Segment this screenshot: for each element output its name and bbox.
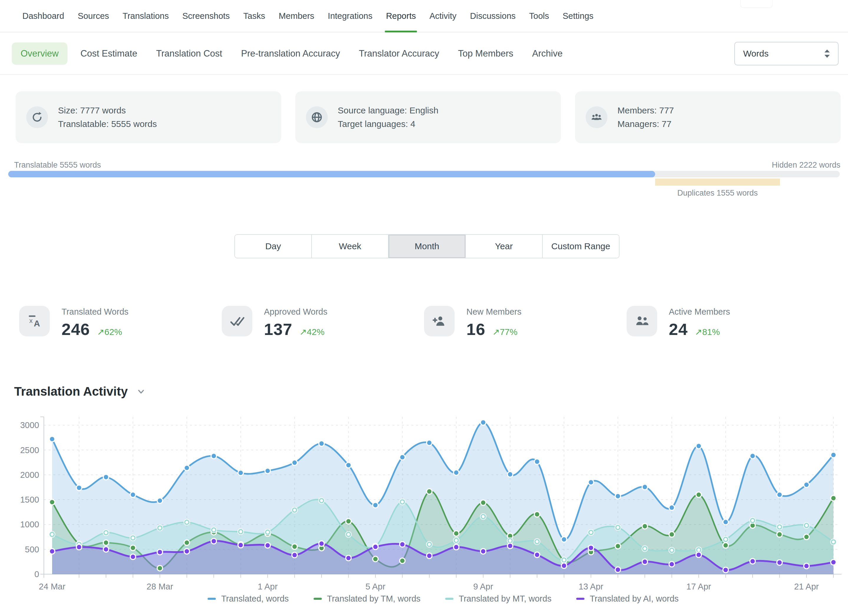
people-icon <box>634 313 650 329</box>
range-button-year[interactable]: Year <box>466 235 543 258</box>
subnav-item-translator-accuracy[interactable]: Translator Accuracy <box>359 48 439 59</box>
svg-text:3000: 3000 <box>20 420 39 430</box>
legend-label: Translated by TM, words <box>327 594 421 604</box>
stat-value: 137 <box>264 320 292 339</box>
range-button-custom-range[interactable]: Custom Range <box>543 235 619 258</box>
topnav-item-discussions[interactable]: Discussions <box>470 0 516 32</box>
card-line1: Members: 777 <box>617 104 674 117</box>
reports-subnav: OverviewCost EstimateTranslation CostPre… <box>0 33 848 75</box>
subnav-item-archive[interactable]: Archive <box>532 48 562 59</box>
sync-icon <box>31 111 44 124</box>
topnav-item-reports[interactable]: Reports <box>386 0 416 32</box>
globe-icon-wrap <box>306 106 328 128</box>
person-add-icon <box>431 313 447 329</box>
words-progress-track <box>8 171 840 177</box>
members-icon-wrap <box>586 106 608 128</box>
topnav-item-translations[interactable]: Translations <box>123 0 169 32</box>
svg-text:28 Mar: 28 Mar <box>147 582 173 591</box>
range-button-day[interactable]: Day <box>235 235 312 258</box>
svg-text:1000: 1000 <box>20 520 39 529</box>
date-range-segmented-control: DayWeekMonthYearCustom Range <box>234 234 620 258</box>
up-right-arrow-icon: ↗ <box>97 327 104 337</box>
svg-text:A: A <box>34 319 40 328</box>
unit-select-value: Words <box>743 49 823 59</box>
topnav-item-members[interactable]: Members <box>279 0 314 32</box>
svg-text:0: 0 <box>34 570 39 579</box>
svg-text:24 Mar: 24 Mar <box>39 582 66 591</box>
summary-card-0: Size: 7777 wordsTranslatable: 5555 words <box>16 91 281 143</box>
summary-card-2: Members: 777Managers: 77 <box>575 91 841 143</box>
legend-item-1[interactable]: Translated by TM, words <box>314 594 421 604</box>
globe-icon <box>310 111 323 124</box>
stat-delta: ↗62% <box>97 327 122 337</box>
up-right-arrow-icon: ↗ <box>695 327 702 337</box>
legend-item-0[interactable]: Translated, words <box>208 594 289 604</box>
chart-legend: Translated, wordsTranslated by TM, words… <box>0 594 848 604</box>
double-check-icon <box>229 313 245 329</box>
summary-cards: Size: 7777 wordsTranslatable: 5555 words… <box>16 91 841 143</box>
translate-icon-tile: xA <box>19 306 50 337</box>
topnav-item-activity[interactable]: Activity <box>429 0 457 32</box>
svg-text:1 Apr: 1 Apr <box>258 582 278 591</box>
stat-delta: ↗81% <box>695 327 720 337</box>
subnav-item-cost-estimate[interactable]: Cost Estimate <box>80 48 137 59</box>
subnav-item-overview[interactable]: Overview <box>12 42 67 65</box>
stat-new-members: New Members16↗77% <box>424 306 627 339</box>
legend-item-3[interactable]: Translated by AI, words <box>576 594 679 604</box>
legend-item-2[interactable]: Translated by MT, words <box>445 594 551 604</box>
unit-select[interactable]: Words <box>734 42 839 65</box>
stat-translated-words: xATranslated Words246↗62% <box>19 306 222 339</box>
select-stepper-icon <box>823 48 831 59</box>
corner-chip <box>740 0 772 7</box>
stat-value: 246 <box>62 320 90 339</box>
topnav-item-dashboard[interactable]: Dashboard <box>22 0 64 32</box>
subnav-item-pre-translation-accuracy[interactable]: Pre-translation Accuracy <box>241 48 340 59</box>
range-button-month[interactable]: Month <box>389 235 466 258</box>
hidden-label: Hidden 2222 words <box>772 160 841 170</box>
up-right-arrow-icon: ↗ <box>492 327 500 337</box>
card-line2: Translatable: 5555 words <box>58 117 157 131</box>
topnav-item-sources[interactable]: Sources <box>78 0 109 32</box>
sync-icon-wrap <box>26 106 48 128</box>
stat-label: New Members <box>466 307 522 317</box>
svg-text:2000: 2000 <box>20 470 39 479</box>
people-icon-tile <box>627 306 657 337</box>
stat-approved-words: Approved Words137↗42% <box>222 306 424 339</box>
card-line2: Target languages: 4 <box>338 117 439 131</box>
subnav-item-translation-cost[interactable]: Translation Cost <box>156 48 222 59</box>
reports-overview-page: DashboardSourcesTranslationsScreenshotsT… <box>0 0 848 616</box>
card-line2: Managers: 77 <box>617 117 674 131</box>
translatable-progress-fill <box>8 171 655 177</box>
svg-text:9 Apr: 9 Apr <box>473 582 493 591</box>
legend-dash-icon <box>208 598 216 600</box>
stat-value: 16 <box>466 320 485 339</box>
topnav-item-integrations[interactable]: Integrations <box>328 0 372 32</box>
stat-label: Approved Words <box>264 307 328 317</box>
duplicates-label: Duplicates 1555 words <box>650 189 785 198</box>
stats-row: xATranslated Words246↗62%Approved Words1… <box>19 306 829 339</box>
translatable-label: Translatable 5555 words <box>14 160 101 170</box>
subnav-item-top-members[interactable]: Top Members <box>458 48 513 59</box>
stat-delta: ↗42% <box>299 327 325 337</box>
section-title: Translation Activity <box>14 384 128 399</box>
topnav-item-screenshots[interactable]: Screenshots <box>182 0 230 32</box>
svg-text:13 Apr: 13 Apr <box>578 582 603 591</box>
chevron-down-icon[interactable] <box>135 386 147 397</box>
summary-card-1: Source language: EnglishTarget languages… <box>295 91 561 143</box>
legend-label: Translated by AI, words <box>590 594 679 604</box>
stat-value: 24 <box>669 320 688 339</box>
legend-dash-icon <box>445 598 454 600</box>
range-button-week[interactable]: Week <box>312 235 389 258</box>
translation-activity-chart: 05001000150020002500300024 Mar28 Mar1 Ap… <box>0 408 848 597</box>
topnav-item-settings[interactable]: Settings <box>563 0 594 32</box>
svg-text:2500: 2500 <box>20 445 39 455</box>
svg-text:5 Apr: 5 Apr <box>365 582 385 591</box>
stat-active-members: Active Members24↗81% <box>627 306 829 339</box>
svg-text:1500: 1500 <box>20 495 39 504</box>
duplicates-bar <box>655 178 780 186</box>
topnav-item-tasks[interactable]: Tasks <box>243 0 265 32</box>
stat-label: Active Members <box>669 307 730 317</box>
svg-text:x: x <box>29 317 33 324</box>
translate-icon: xA <box>27 313 42 329</box>
topnav-item-tools[interactable]: Tools <box>529 0 549 32</box>
